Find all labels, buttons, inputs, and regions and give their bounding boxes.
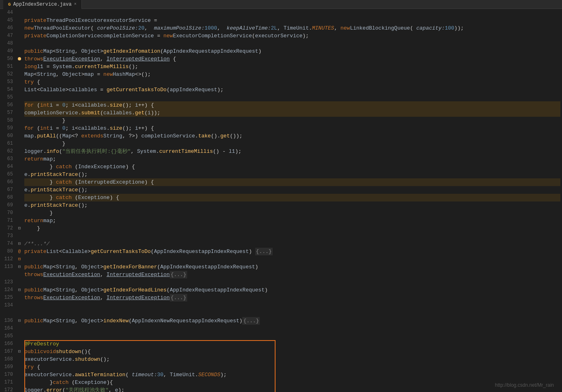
line-number: 70 <box>3 209 13 217</box>
gutter-item <box>16 40 23 47</box>
code-line <box>24 9 560 17</box>
gutter-item <box>16 132 23 140</box>
code-line: map.putAll((Map<? extends String, ?>) co… <box>24 132 560 140</box>
gutter-item <box>16 232 23 240</box>
code-content: private ThreadPoolExecutor executorServi… <box>23 9 562 392</box>
line-number: 52 <box>3 71 13 78</box>
gutter-item <box>16 302 23 309</box>
title-bar: G AppIndexService.java × <box>0 0 562 9</box>
line-number: 74 <box>3 240 13 248</box>
gutter-item <box>16 86 23 94</box>
code-line <box>24 332 560 340</box>
gutter-item: ⊟ <box>16 240 23 248</box>
line-number: 165 <box>3 332 13 340</box>
line-number: 164 <box>3 325 13 332</box>
code-line: private List<Callable> getCurrentTasksTo… <box>24 248 560 255</box>
line-number: 65 <box>3 171 13 178</box>
gutter-item <box>16 278 23 286</box>
code-line: public Map<String, Object> getIndexInfom… <box>24 47 560 55</box>
line-number: 51 <box>3 63 13 71</box>
line-number: 49 <box>3 47 13 55</box>
line-number: 71 <box>3 217 13 225</box>
gutter-item <box>16 379 23 386</box>
code-line <box>24 255 560 263</box>
gutter-item <box>16 140 23 148</box>
gutter-item <box>16 155 23 163</box>
code-line: @PreDestroy <box>24 340 560 348</box>
gutter-item <box>16 332 23 340</box>
code-line: } <box>24 225 560 232</box>
file-name: AppIndexService.java <box>13 2 72 7</box>
line-number <box>3 271 13 278</box>
code-line: return map; <box>24 217 560 225</box>
code-line: public Map<String, Object> indexNew(AppI… <box>24 317 560 325</box>
line-number: 62 <box>3 148 13 155</box>
code-line: return map; <box>24 155 560 163</box>
code-line: } <box>24 209 560 217</box>
code-line: } <box>24 140 560 148</box>
line-number: 45 <box>3 17 13 24</box>
close-icon[interactable]: × <box>74 2 77 6</box>
line-number: 66 <box>3 178 13 186</box>
code-line: throws ExecutionException, InterruptedEx… <box>24 294 560 302</box>
line-number: 60 <box>3 132 13 140</box>
code-line: } <box>24 117 560 124</box>
gutter-item <box>16 178 23 186</box>
gutter-item <box>16 363 23 371</box>
gutter-item: ⊟ <box>16 317 23 325</box>
line-number: 169 <box>3 363 13 371</box>
code-line: new ThreadPoolExecutor( corePoolSize: 20… <box>24 24 560 32</box>
code-line: throws ExecutionException, InterruptedEx… <box>24 55 560 63</box>
gutter-item <box>16 47 23 55</box>
line-number: 47 <box>3 32 13 40</box>
gutter-item <box>16 386 23 392</box>
code-line: public Map<String, Object> getIndexForHe… <box>24 286 560 294</box>
code-line <box>24 309 560 317</box>
line-number: 80 <box>3 248 13 255</box>
gutter-item <box>16 9 23 17</box>
file-tab[interactable]: G AppIndexService.java × <box>3 0 82 9</box>
code-line: completionService.submit(callables.get(i… <box>24 109 560 117</box>
gutter-item <box>16 294 23 302</box>
line-number: 136 <box>3 317 13 325</box>
code-line: for (int i = 0; i < callables.size(); i+… <box>24 101 560 109</box>
line-number: 54 <box>3 86 13 94</box>
code-line: public Map<String, Object> getIndexForBa… <box>24 263 560 271</box>
gutter-item <box>16 24 23 32</box>
code-line: executorService.shutdown(); <box>24 356 560 363</box>
line-number: 124 <box>3 286 13 294</box>
code-line: } catch (InterruptedException e) { <box>24 178 560 186</box>
line-number: 46 <box>3 24 13 32</box>
gutter-item <box>16 101 23 109</box>
gutter-item: ⊟ <box>16 263 23 271</box>
code-line: } catch (IndexException e) { <box>24 163 560 171</box>
line-number: 171 <box>3 379 13 386</box>
gutter-item <box>16 32 23 40</box>
gutter-item <box>16 186 23 194</box>
code-line <box>24 94 560 101</box>
code-line <box>24 278 560 286</box>
gutter-item <box>16 194 23 201</box>
line-number: 64 <box>3 163 13 171</box>
line-number: 61 <box>3 140 13 148</box>
code-line: logger.info("当前任务执行耗时:{}毫秒", System.curr… <box>24 148 560 155</box>
line-number: 125 <box>3 294 13 302</box>
line-number: 68 <box>3 194 13 201</box>
line-number: 69 <box>3 201 13 209</box>
gutter-item <box>16 94 23 101</box>
code-line: for (int i = 0; i < callables.size(); i+… <box>24 124 560 132</box>
gutter-item: @ ⊟ <box>16 248 23 255</box>
line-number: 48 <box>3 40 13 47</box>
line-number: 73 <box>3 232 13 240</box>
code-line: try { <box>24 78 560 86</box>
line-number: 168 <box>3 356 13 363</box>
line-number: 57 <box>3 109 13 117</box>
line-number: 59 <box>3 124 13 132</box>
gutter-item <box>16 171 23 178</box>
gutter-item <box>16 209 23 217</box>
gutter-item <box>16 124 23 132</box>
gutter-item <box>16 201 23 209</box>
gutter: ⊟⊟@ ⊟⊟⊟⊟⊟ <box>16 9 23 392</box>
gutter-item <box>16 71 23 78</box>
gutter-item <box>16 55 23 63</box>
